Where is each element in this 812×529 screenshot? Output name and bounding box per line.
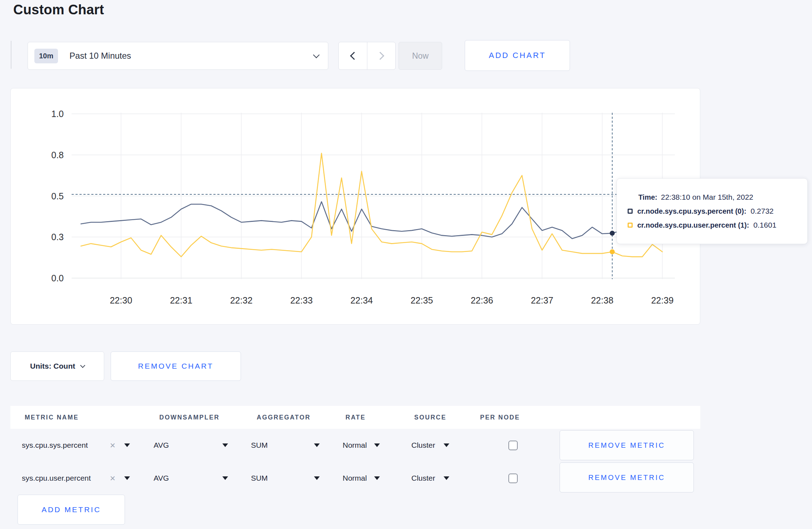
- column-header-source: SOURCE: [414, 406, 446, 429]
- svg-text:22:30: 22:30: [110, 295, 132, 305]
- units-dropdown[interactable]: Units: Count: [10, 351, 104, 381]
- custom-chart-page: Custom Chart 10m Past 10 Minutes Now ADD…: [0, 0, 812, 529]
- downsampler-arrow-icon[interactable]: [222, 443, 228, 447]
- tooltip-time-value: 22:38:10 on Mar 15th, 2022: [661, 193, 753, 201]
- per-node-checkbox[interactable]: [508, 441, 518, 450]
- remove-metric-button[interactable]: REMOVE METRIC: [560, 430, 694, 460]
- svg-text:0.5: 0.5: [51, 191, 64, 201]
- now-button[interactable]: Now: [398, 42, 442, 70]
- rate-select[interactable]: Normal: [343, 462, 367, 495]
- chart-hover-tooltip: Time:22:38:10 on Mar 15th, 2022 cr.node.…: [617, 178, 808, 244]
- series-sys-swatch-icon: [628, 209, 633, 214]
- time-range-label: Past 10 Minutes: [69, 51, 131, 61]
- column-header-metric-name: METRIC NAME: [25, 406, 79, 429]
- svg-text:22:34: 22:34: [350, 295, 373, 305]
- metric-row: sys.cpu.sys.percent × AVG SUM Normal Clu…: [10, 429, 700, 462]
- tooltip-series-row: cr.node.sys.cpu.sys.percent (0): 0.2732: [628, 207, 807, 215]
- source-select[interactable]: Cluster: [411, 429, 435, 462]
- add-chart-button[interactable]: ADD CHART: [465, 40, 570, 71]
- aggregator-arrow-icon[interactable]: [314, 476, 320, 480]
- tooltip-time-label: Time:: [638, 193, 657, 201]
- source-arrow-icon[interactable]: [444, 443, 449, 447]
- column-header-rate: RATE: [345, 406, 366, 429]
- toolbar-divider: [11, 41, 11, 69]
- tooltip-series-value: 0.2732: [751, 207, 774, 215]
- units-label: Units: Count: [30, 362, 75, 370]
- add-metric-button[interactable]: ADD METRIC: [18, 495, 125, 525]
- downsampler-select[interactable]: AVG: [154, 462, 169, 495]
- source-select[interactable]: Cluster: [411, 462, 435, 495]
- svg-text:22:37: 22:37: [531, 295, 553, 305]
- metric-name-value[interactable]: sys.cpu.sys.percent: [22, 429, 88, 462]
- svg-text:1.0: 1.0: [51, 109, 64, 119]
- metric-select-arrow-icon[interactable]: [124, 476, 130, 480]
- time-range-dropdown[interactable]: 10m Past 10 Minutes: [28, 42, 328, 70]
- metric-row: sys.cpu.user.percent × AVG SUM Normal Cl…: [10, 462, 700, 495]
- chart-card: 1.00.80.50.30.022:3022:3122:3222:3322:34…: [10, 88, 700, 325]
- svg-text:0.3: 0.3: [51, 232, 64, 242]
- column-header-downsampler: DOWNSAMPLER: [159, 406, 219, 429]
- downsampler-arrow-icon[interactable]: [222, 476, 228, 480]
- time-range-pager: [338, 42, 396, 70]
- per-node-checkbox[interactable]: [508, 474, 518, 483]
- next-range-button[interactable]: [367, 42, 395, 69]
- previous-range-button[interactable]: [339, 42, 367, 69]
- clear-metric-icon[interactable]: ×: [110, 462, 115, 495]
- aggregator-select[interactable]: SUM: [251, 462, 268, 495]
- tooltip-series-row: cr.node.sys.cpu.user.percent (1): 0.1601: [628, 221, 807, 229]
- svg-text:0.0: 0.0: [51, 273, 64, 283]
- series-user-swatch-icon: [628, 223, 633, 228]
- aggregator-arrow-icon[interactable]: [314, 443, 320, 447]
- svg-text:22:36: 22:36: [470, 295, 493, 305]
- chevron-left-icon: [350, 52, 358, 60]
- svg-text:22:33: 22:33: [290, 295, 313, 305]
- column-header-aggregator: AGGREGATOR: [257, 406, 311, 429]
- svg-text:22:38: 22:38: [591, 295, 613, 305]
- metrics-table-header: METRIC NAME DOWNSAMPLER AGGREGATOR RATE …: [10, 406, 700, 429]
- timeseries-chart[interactable]: 1.00.80.50.30.022:3022:3122:3222:3322:34…: [10, 88, 700, 325]
- page-title: Custom Chart: [13, 2, 104, 18]
- chevron-down-icon: [80, 363, 85, 368]
- chevron-right-icon: [376, 52, 385, 60]
- remove-metric-button[interactable]: REMOVE METRIC: [560, 462, 694, 492]
- remove-chart-button[interactable]: REMOVE CHART: [111, 351, 241, 381]
- rate-select[interactable]: Normal: [343, 429, 367, 462]
- svg-text:22:32: 22:32: [230, 295, 252, 305]
- tooltip-series-value: 0.1601: [753, 221, 776, 229]
- svg-text:22:39: 22:39: [651, 295, 673, 305]
- metric-select-arrow-icon[interactable]: [124, 443, 130, 447]
- rate-arrow-icon[interactable]: [374, 476, 380, 480]
- chevron-down-icon: [313, 52, 319, 58]
- tooltip-series-label: cr.node.sys.cpu.sys.percent (0):: [637, 207, 746, 215]
- svg-text:22:35: 22:35: [410, 295, 433, 305]
- rate-arrow-icon[interactable]: [374, 443, 380, 447]
- tooltip-series-label: cr.node.sys.cpu.user.percent (1):: [637, 221, 749, 229]
- clear-metric-icon[interactable]: ×: [110, 429, 115, 462]
- aggregator-select[interactable]: SUM: [251, 429, 268, 462]
- metric-name-value[interactable]: sys.cpu.user.percent: [22, 462, 91, 495]
- source-arrow-icon[interactable]: [444, 476, 449, 480]
- svg-text:22:31: 22:31: [170, 295, 192, 305]
- tooltip-time-row: Time:22:38:10 on Mar 15th, 2022: [638, 193, 807, 202]
- time-range-badge: 10m: [34, 49, 58, 63]
- downsampler-select[interactable]: AVG: [154, 429, 169, 462]
- column-header-per-node: PER NODE: [480, 406, 520, 429]
- svg-text:0.8: 0.8: [51, 150, 64, 160]
